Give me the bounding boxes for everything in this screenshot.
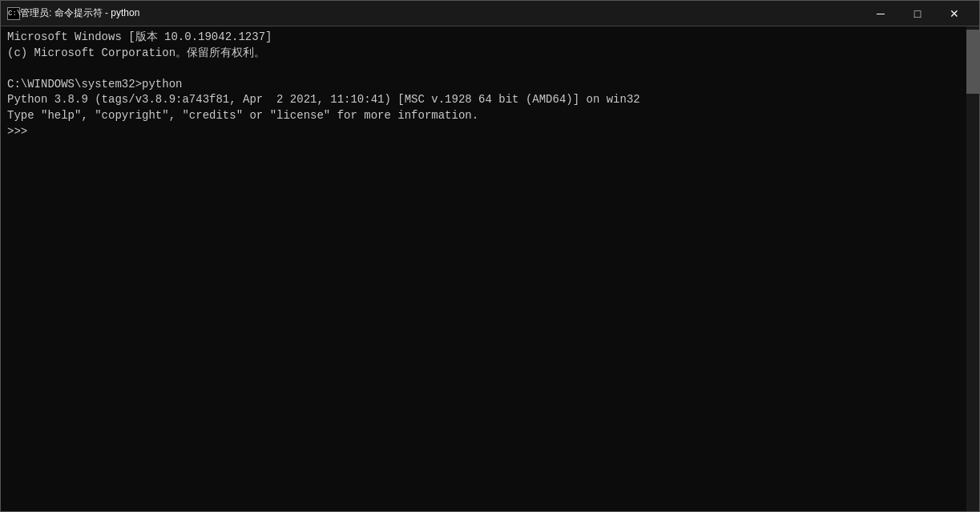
line-3 (7, 61, 960, 77)
line-2: (c) Microsoft Corporation。保留所有权利。 (7, 46, 960, 62)
line-5: Python 3.8.9 (tags/v3.8.9:a743f81, Apr 2… (7, 92, 960, 108)
window-icon: C:\ (7, 7, 20, 20)
line-6: Type "help", "copyright", "credits" or "… (7, 108, 960, 124)
maximize-button[interactable]: □ (899, 1, 936, 26)
console-output[interactable]: Microsoft Windows [版本 10.0.19042.1237] (… (1, 26, 966, 511)
window-controls: ─ □ ✕ (862, 1, 973, 26)
close-button[interactable]: ✕ (936, 1, 973, 26)
line-4: C:\WINDOWS\system32>python (7, 77, 960, 93)
line-1: Microsoft Windows [版本 10.0.19042.1237] (7, 30, 960, 46)
minimize-button[interactable]: ─ (862, 1, 899, 26)
cmd-window: C:\ 管理员: 命令提示符 - python ─ □ ✕ Microsoft … (0, 0, 980, 512)
line-7: >>> (7, 124, 960, 140)
scrollbar[interactable] (966, 26, 979, 511)
title-bar: C:\ 管理员: 命令提示符 - python ─ □ ✕ (1, 1, 979, 26)
title-bar-text: 管理员: 命令提示符 - python (20, 6, 862, 20)
scrollbar-thumb[interactable] (966, 30, 979, 94)
console-area: Microsoft Windows [版本 10.0.19042.1237] (… (1, 26, 979, 511)
